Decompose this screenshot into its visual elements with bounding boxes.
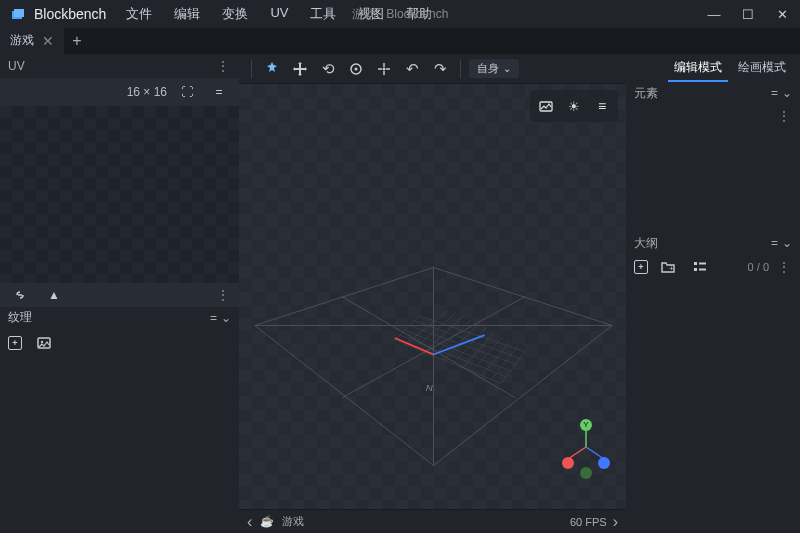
chevron-down-icon: ⌄ [503,63,511,74]
svg-rect-43 [694,268,697,271]
menu-transform[interactable]: 变换 [212,1,258,27]
undo-button[interactable]: ↶ [400,57,424,81]
svg-line-24 [482,342,510,376]
rotate-tool-icon[interactable]: ⟲ [316,57,340,81]
status-prev-icon[interactable]: ‹ [247,513,252,531]
app-logo-icon [10,5,28,23]
elements-title: 元素 [634,85,658,102]
import-texture-button[interactable] [32,331,56,355]
resize-tool-icon[interactable] [344,57,368,81]
outliner-collapse-icon[interactable]: ⌄ [782,236,792,250]
link-icon[interactable] [8,283,32,307]
elements-body[interactable]: ⋮ [626,104,800,232]
svg-line-9 [433,268,612,326]
toggle-list-icon[interactable] [688,255,712,279]
main-layout: UV ⋮ 16 × 16 ⛶ = ▲ ⋮ 纹理 = ⌄ [0,54,800,533]
app-name: Blockbench [34,6,106,22]
uv-canvas[interactable] [0,106,239,283]
svg-line-8 [255,268,434,326]
texture-list[interactable] [0,357,239,534]
right-column: 编辑模式 绘画模式 元素 = ⌄ ⋮ 大纲 = ⌄ [626,54,800,533]
svg-rect-41 [694,262,697,265]
outliner-body[interactable] [626,280,800,533]
status-next-icon[interactable]: › [613,513,618,531]
texture-panel-title: 纹理 [8,309,32,326]
mode-edit[interactable]: 编辑模式 [668,55,728,82]
svg-rect-44 [699,269,706,271]
center-column: ⟲ ↶ ↷ 自身 ⌄ ☀ ≡ [239,54,626,533]
add-texture-button[interactable]: + [8,336,22,350]
svg-line-16 [395,340,501,383]
outliner-count: 0 / 0 [748,261,769,273]
tab-bar: 游戏 ✕ + [0,28,800,54]
redo-button[interactable]: ↷ [428,57,452,81]
svg-line-22 [501,352,525,384]
warning-icon[interactable]: ▲ [42,283,66,307]
window-title: 游戏 - Blockbench [352,6,449,23]
texture-panel-header: 纹理 = ⌄ [0,307,239,329]
mode-paint[interactable]: 绘画模式 [732,55,792,82]
tab-add-button[interactable]: + [64,28,90,54]
svg-line-32 [404,311,447,345]
elements-collapse-icon[interactable]: ⌄ [782,86,792,100]
texture-options-icon[interactable]: = [210,311,217,325]
svg-point-6 [383,67,386,70]
move-tool-icon[interactable] [288,57,312,81]
uv-panel-title: UV [8,59,25,73]
orientation-gizmo[interactable]: Y [558,419,614,475]
main-toolbar: ⟲ ↶ ↷ 自身 ⌄ [239,54,626,84]
menu-uv[interactable]: UV [260,1,298,27]
magic-tool-icon[interactable] [260,57,284,81]
elements-panel: 元素 = ⌄ ⋮ [626,82,800,232]
status-fps: 60 FPS [570,516,607,528]
texture-buttons: + [0,329,239,357]
texture-tools-menu-icon[interactable]: ⋮ [216,287,231,303]
gizmo-y-axis[interactable]: Y [580,419,592,431]
pivot-dropdown-label: 自身 [477,61,499,76]
menu-tools[interactable]: 工具 [300,1,346,27]
elements-options-icon[interactable]: = [771,86,778,100]
svg-text:N: N [426,382,433,393]
menu-file[interactable]: 文件 [116,1,162,27]
mode-bar: 编辑模式 绘画模式 [626,54,800,82]
viewport-3d[interactable]: ☀ ≡ [239,84,626,509]
uv-size: 16 × 16 [127,85,167,99]
texture-collapse-icon[interactable]: ⌄ [221,311,231,325]
window-close-icon[interactable]: ✕ [768,3,796,25]
gizmo-x-axis[interactable] [562,457,574,469]
tab-label: 游戏 [10,32,34,49]
svg-line-11 [255,325,434,465]
add-group-button[interactable]: + [656,255,680,279]
pivot-tool-icon[interactable] [372,57,396,81]
window-maximize-icon[interactable]: ☐ [734,3,762,25]
uv-panel-header: UV ⋮ [0,54,239,78]
uv-fullscreen-icon[interactable]: ⛶ [175,80,199,104]
svg-point-3 [41,340,43,342]
tab-close-icon[interactable]: ✕ [42,33,54,49]
outliner-tools: + + 0 / 0 ⋮ [626,254,800,280]
outliner-panel: 大纲 = ⌄ + + 0 / 0 ⋮ [626,232,800,533]
uv-options-icon[interactable]: = [207,80,231,104]
svg-line-31 [414,313,456,349]
gizmo-neg-y-axis[interactable] [580,467,592,479]
add-cube-button[interactable]: + [634,260,648,274]
uv-panel-menu-icon[interactable]: ⋮ [216,58,231,74]
svg-line-25 [472,337,502,372]
svg-text:+: + [669,264,674,273]
format-icon: ☕ [260,515,274,528]
menu-edit[interactable]: 编辑 [164,1,210,27]
svg-rect-1 [14,9,24,17]
outliner-menu-icon[interactable]: ⋮ [777,259,792,275]
gizmo-z-axis[interactable] [598,457,610,469]
left-column: UV ⋮ 16 × 16 ⛶ = ▲ ⋮ 纹理 = ⌄ [0,54,239,533]
texture-tools: ▲ ⋮ [0,283,239,307]
window-minimize-icon[interactable]: — [700,3,728,25]
svg-point-5 [355,67,358,70]
uv-toolbar: 16 × 16 ⛶ = [0,78,239,106]
pivot-dropdown[interactable]: 自身 ⌄ [469,59,519,78]
elements-menu-icon[interactable]: ⋮ [777,108,792,228]
outliner-title: 大纲 [634,235,658,252]
outliner-options-icon[interactable]: = [771,236,778,250]
project-tab[interactable]: 游戏 ✕ [0,28,64,54]
status-project: 游戏 [282,514,304,529]
